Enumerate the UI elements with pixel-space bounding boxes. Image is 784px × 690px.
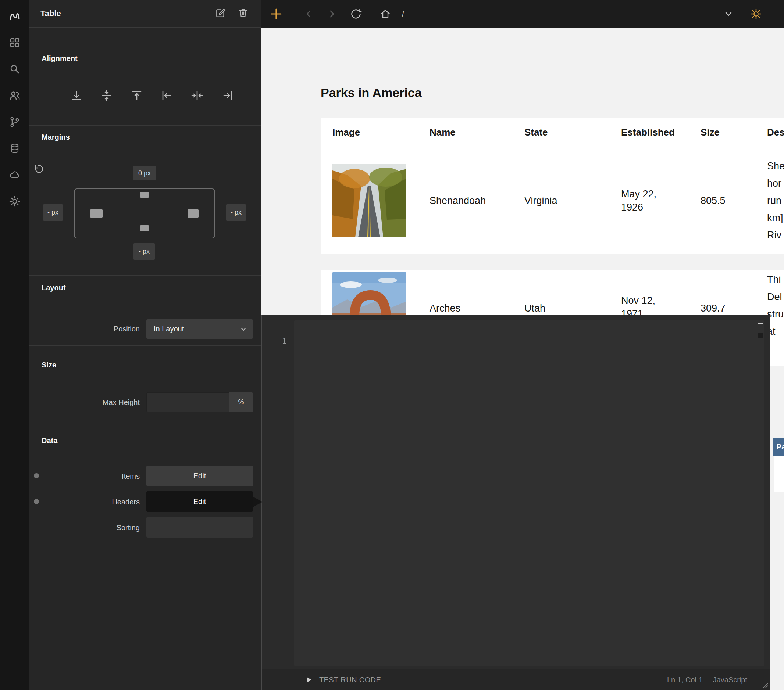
items-edit-button[interactable]: Edit: [147, 465, 253, 486]
hidden-panel-header-fragment: Pa: [773, 438, 784, 455]
test-run-code-button[interactable]: TEST RUN CODE: [319, 676, 381, 684]
col-header-established[interactable]: Established: [609, 127, 689, 138]
editor-status-bar: TEST RUN CODE Ln 1, Col 1 JavaScript: [262, 669, 770, 690]
col-header-size[interactable]: Size: [689, 127, 755, 138]
layout-heading: Layout: [41, 284, 66, 292]
cursor-position: Ln 1, Col 1: [667, 676, 703, 684]
app-logo-icon[interactable]: [8, 10, 21, 23]
preview-dropdown-chevron-icon[interactable]: [723, 8, 734, 20]
max-height-input[interactable]: [147, 393, 229, 412]
row-gap: [321, 254, 784, 270]
col-header-description[interactable]: Des: [755, 127, 784, 138]
inspector-panel: Table Alignment: [30, 0, 261, 690]
cell-established: May 22, 1926: [609, 187, 670, 214]
items-label: Items: [30, 472, 140, 481]
edit-pencil-icon[interactable]: [215, 7, 227, 20]
git-branch-icon[interactable]: [8, 115, 21, 128]
component-title: Table: [40, 9, 61, 18]
nav-forward-icon[interactable]: [326, 8, 337, 20]
max-height-unit: %: [229, 393, 253, 412]
margin-left-value[interactable]: - px: [43, 204, 63, 221]
sorting-button[interactable]: [147, 517, 253, 537]
table-row[interactable]: Shenandoah Virginia May 22, 1926 805.5 S…: [321, 147, 784, 254]
home-icon[interactable]: [380, 8, 391, 20]
autumn-road-photo: [333, 164, 406, 237]
cloud-icon[interactable]: [8, 168, 21, 181]
search-icon[interactable]: [8, 62, 21, 76]
size-heading: Size: [41, 361, 56, 369]
section-divider: [30, 125, 261, 126]
settings-gear-icon[interactable]: [8, 195, 21, 208]
alignment-heading: Alignment: [41, 54, 77, 63]
col-header-image[interactable]: Image: [321, 127, 418, 138]
section-divider: [30, 421, 261, 421]
refresh-icon[interactable]: [351, 8, 362, 20]
sorting-label: Sorting: [30, 524, 140, 532]
toolbar-divider: [374, 0, 374, 28]
headers-label: Headers: [30, 498, 140, 506]
position-select[interactable]: In Layout: [147, 319, 253, 339]
app-settings-gear-icon[interactable]: [751, 8, 762, 20]
editor-language: JavaScript: [713, 676, 747, 684]
apps-grid-icon[interactable]: [8, 36, 21, 49]
code-editor-modal: 1 TEST RUN CODE Ln 1, Col 1 JavaScript: [262, 315, 771, 690]
cell-state: Virginia: [512, 195, 609, 207]
line-number: 1: [282, 337, 287, 345]
margins-heading: Margins: [41, 133, 70, 141]
cell-size: 309.7: [689, 270, 755, 314]
max-height-label: Max Height: [30, 398, 140, 407]
cell-name: Shenandoah: [418, 195, 512, 207]
data-heading: Data: [41, 437, 58, 445]
trash-icon[interactable]: [237, 7, 250, 20]
table-header-row: Image Name State Established Size Des: [321, 118, 784, 147]
add-component-icon[interactable]: [270, 8, 282, 20]
margin-right-value[interactable]: - px: [226, 204, 246, 221]
resize-handle-icon[interactable]: [761, 681, 769, 688]
align-left-icon[interactable]: [160, 89, 174, 102]
align-top-icon[interactable]: [130, 89, 143, 102]
route-path[interactable]: /: [402, 9, 404, 19]
cell-size: 805.5: [689, 195, 755, 207]
scrollbar-dash: [758, 323, 763, 324]
cell-description: She hor run km] Riv: [755, 158, 784, 244]
col-header-name[interactable]: Name: [418, 127, 512, 138]
database-icon[interactable]: [8, 142, 21, 155]
reset-margins-icon[interactable]: [33, 164, 44, 174]
align-vertical-center-icon[interactable]: [100, 89, 113, 102]
inspector-header: Table: [30, 0, 261, 28]
align-right-icon[interactable]: [221, 89, 234, 102]
code-editor-surface[interactable]: [294, 320, 764, 666]
margins-diagram: [74, 189, 215, 238]
align-bottom-icon[interactable]: [70, 89, 83, 102]
position-label: Position: [30, 325, 140, 333]
margin-top-value[interactable]: 0 px: [133, 166, 156, 180]
col-header-state[interactable]: State: [512, 127, 609, 138]
margin-handle-top[interactable]: [140, 192, 149, 198]
chevron-down-icon: [240, 325, 247, 333]
alignment-buttons: [70, 89, 234, 102]
align-horizontal-center-icon[interactable]: [191, 89, 204, 102]
margin-handle-left[interactable]: [90, 209, 102, 217]
page-title: Parks in America: [321, 85, 422, 100]
toolbar-divider: [290, 0, 291, 28]
cell-state: Utah: [512, 270, 609, 314]
cell-name: Arches: [418, 270, 512, 314]
section-divider: [30, 345, 261, 346]
position-value: In Layout: [154, 325, 184, 333]
hidden-panel-body-fragment: [774, 455, 784, 492]
left-icon-rail: [0, 0, 30, 690]
section-divider: [30, 275, 261, 276]
headers-editor-callout-arrow: [253, 497, 263, 507]
margin-handle-bottom[interactable]: [140, 225, 149, 231]
headers-edit-button[interactable]: Edit: [147, 491, 253, 512]
scrollbar-thumb[interactable]: [758, 333, 763, 338]
users-icon[interactable]: [8, 89, 21, 102]
cell-established: Nov 12, 1971: [609, 270, 670, 320]
margin-bottom-value[interactable]: - px: [133, 243, 155, 260]
run-play-icon[interactable]: [305, 676, 313, 683]
nav-back-icon[interactable]: [303, 8, 315, 20]
margin-handle-right[interactable]: [188, 209, 199, 217]
top-toolbar: /: [261, 0, 784, 28]
